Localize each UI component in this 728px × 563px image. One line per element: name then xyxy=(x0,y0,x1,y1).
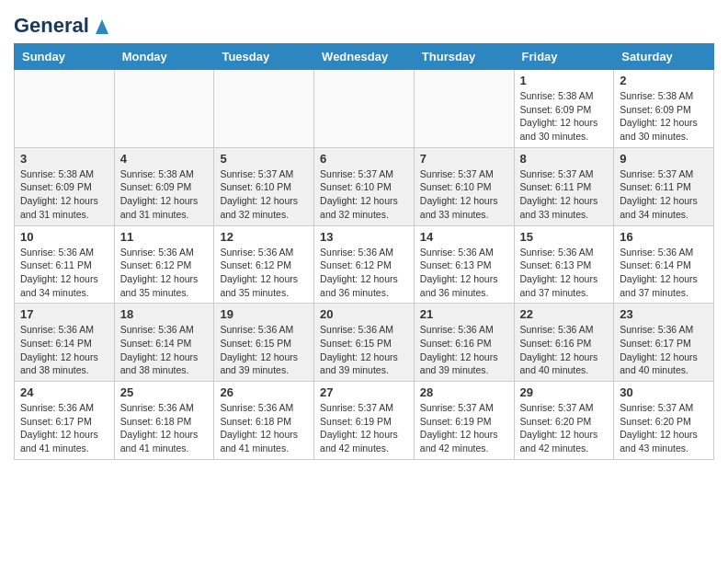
weekday-header-friday: Friday xyxy=(514,44,614,70)
calendar-cell: 11Sunrise: 5:36 AM Sunset: 6:12 PM Dayli… xyxy=(114,225,214,304)
day-info: Sunrise: 5:36 AM Sunset: 6:18 PM Dayligh… xyxy=(220,401,308,455)
logo: General xyxy=(14,14,112,34)
calendar-cell: 18Sunrise: 5:36 AM Sunset: 6:14 PM Dayli… xyxy=(114,304,214,382)
day-info: Sunrise: 5:36 AM Sunset: 6:17 PM Dayligh… xyxy=(620,323,708,377)
calendar-cell: 5Sunrise: 5:37 AM Sunset: 6:10 PM Daylig… xyxy=(214,147,314,225)
day-number: 26 xyxy=(220,385,308,399)
calendar-cell: 17Sunrise: 5:36 AM Sunset: 6:14 PM Dayli… xyxy=(15,304,115,382)
day-info: Sunrise: 5:36 AM Sunset: 6:14 PM Dayligh… xyxy=(620,246,708,300)
calendar-cell: 23Sunrise: 5:36 AM Sunset: 6:17 PM Dayli… xyxy=(614,304,714,382)
week-row-1: 1Sunrise: 5:38 AM Sunset: 6:09 PM Daylig… xyxy=(15,70,714,148)
day-info: Sunrise: 5:36 AM Sunset: 6:13 PM Dayligh… xyxy=(520,246,609,300)
weekday-header-sunday: Sunday xyxy=(15,44,115,70)
day-info: Sunrise: 5:37 AM Sunset: 6:19 PM Dayligh… xyxy=(320,401,408,455)
day-info: Sunrise: 5:37 AM Sunset: 6:10 PM Dayligh… xyxy=(320,167,408,222)
day-number: 6 xyxy=(320,152,408,166)
day-number: 2 xyxy=(620,74,708,87)
day-info: Sunrise: 5:36 AM Sunset: 6:12 PM Dayligh… xyxy=(220,246,308,300)
day-number: 16 xyxy=(620,230,708,244)
day-number: 4 xyxy=(120,152,209,166)
day-number: 18 xyxy=(120,307,209,321)
day-number: 8 xyxy=(520,152,609,166)
calendar-cell: 1Sunrise: 5:38 AM Sunset: 6:09 PM Daylig… xyxy=(514,70,614,148)
calendar-cell: 6Sunrise: 5:37 AM Sunset: 6:10 PM Daylig… xyxy=(314,147,415,225)
calendar-cell: 22Sunrise: 5:36 AM Sunset: 6:16 PM Dayli… xyxy=(514,304,614,382)
day-number: 1 xyxy=(520,74,609,87)
logo-general: General xyxy=(14,14,89,38)
day-number: 5 xyxy=(220,152,308,166)
day-info: Sunrise: 5:36 AM Sunset: 6:17 PM Dayligh… xyxy=(20,401,108,455)
weekday-header-tuesday: Tuesday xyxy=(214,44,314,70)
calendar-cell: 7Sunrise: 5:37 AM Sunset: 6:10 PM Daylig… xyxy=(414,147,514,225)
day-info: Sunrise: 5:36 AM Sunset: 6:18 PM Dayligh… xyxy=(120,401,209,455)
weekday-header-monday: Monday xyxy=(114,44,214,70)
calendar-cell xyxy=(114,70,214,148)
calendar-cell: 15Sunrise: 5:36 AM Sunset: 6:13 PM Dayli… xyxy=(514,225,614,304)
day-info: Sunrise: 5:37 AM Sunset: 6:19 PM Dayligh… xyxy=(420,401,508,455)
day-number: 9 xyxy=(620,152,708,166)
day-number: 28 xyxy=(420,385,508,399)
day-number: 17 xyxy=(20,307,108,321)
calendar-cell: 19Sunrise: 5:36 AM Sunset: 6:15 PM Dayli… xyxy=(214,304,314,382)
week-row-5: 24Sunrise: 5:36 AM Sunset: 6:17 PM Dayli… xyxy=(15,382,714,460)
day-info: Sunrise: 5:38 AM Sunset: 6:09 PM Dayligh… xyxy=(20,167,108,222)
week-row-3: 10Sunrise: 5:36 AM Sunset: 6:11 PM Dayli… xyxy=(15,225,714,304)
calendar-cell: 25Sunrise: 5:36 AM Sunset: 6:18 PM Dayli… xyxy=(114,382,214,460)
day-number: 22 xyxy=(520,307,609,321)
day-number: 21 xyxy=(420,307,508,321)
calendar-cell: 8Sunrise: 5:37 AM Sunset: 6:11 PM Daylig… xyxy=(514,147,614,225)
day-number: 13 xyxy=(320,230,408,244)
day-number: 14 xyxy=(420,230,508,244)
calendar-cell: 2Sunrise: 5:38 AM Sunset: 6:09 PM Daylig… xyxy=(614,70,714,148)
day-info: Sunrise: 5:38 AM Sunset: 6:09 PM Dayligh… xyxy=(120,167,209,222)
calendar-cell: 21Sunrise: 5:36 AM Sunset: 6:16 PM Dayli… xyxy=(414,304,514,382)
calendar-cell: 3Sunrise: 5:38 AM Sunset: 6:09 PM Daylig… xyxy=(15,147,115,225)
weekday-header-thursday: Thursday xyxy=(414,44,514,70)
day-info: Sunrise: 5:36 AM Sunset: 6:14 PM Dayligh… xyxy=(20,323,108,377)
weekday-header-saturday: Saturday xyxy=(614,44,714,70)
day-number: 10 xyxy=(20,230,108,244)
calendar-cell: 13Sunrise: 5:36 AM Sunset: 6:12 PM Dayli… xyxy=(314,225,415,304)
day-number: 15 xyxy=(520,230,609,244)
day-info: Sunrise: 5:37 AM Sunset: 6:10 PM Dayligh… xyxy=(420,167,508,222)
day-info: Sunrise: 5:38 AM Sunset: 6:09 PM Dayligh… xyxy=(620,89,708,144)
calendar-cell xyxy=(214,70,314,148)
day-number: 25 xyxy=(120,385,209,399)
weekday-header-row: SundayMondayTuesdayWednesdayThursdayFrid… xyxy=(15,44,714,70)
day-number: 3 xyxy=(20,152,108,166)
day-number: 23 xyxy=(620,307,708,321)
calendar-cell: 16Sunrise: 5:36 AM Sunset: 6:14 PM Dayli… xyxy=(614,225,714,304)
calendar-cell: 9Sunrise: 5:37 AM Sunset: 6:11 PM Daylig… xyxy=(614,147,714,225)
day-info: Sunrise: 5:36 AM Sunset: 6:15 PM Dayligh… xyxy=(220,323,308,377)
calendar-cell: 29Sunrise: 5:37 AM Sunset: 6:20 PM Dayli… xyxy=(514,382,614,460)
day-number: 27 xyxy=(320,385,408,399)
day-info: Sunrise: 5:37 AM Sunset: 6:20 PM Dayligh… xyxy=(520,401,609,455)
calendar-cell: 10Sunrise: 5:36 AM Sunset: 6:11 PM Dayli… xyxy=(15,225,115,304)
calendar-cell: 12Sunrise: 5:36 AM Sunset: 6:12 PM Dayli… xyxy=(214,225,314,304)
day-info: Sunrise: 5:38 AM Sunset: 6:09 PM Dayligh… xyxy=(520,89,609,144)
week-row-2: 3Sunrise: 5:38 AM Sunset: 6:09 PM Daylig… xyxy=(15,147,714,225)
header: General xyxy=(14,14,714,34)
calendar-cell: 20Sunrise: 5:36 AM Sunset: 6:15 PM Dayli… xyxy=(314,304,415,382)
day-info: Sunrise: 5:36 AM Sunset: 6:13 PM Dayligh… xyxy=(420,246,508,300)
calendar-cell xyxy=(414,70,514,148)
calendar-cell xyxy=(314,70,415,148)
day-info: Sunrise: 5:37 AM Sunset: 6:11 PM Dayligh… xyxy=(620,167,708,222)
calendar-cell: 24Sunrise: 5:36 AM Sunset: 6:17 PM Dayli… xyxy=(15,382,115,460)
day-number: 11 xyxy=(120,230,209,244)
day-info: Sunrise: 5:36 AM Sunset: 6:15 PM Dayligh… xyxy=(320,323,408,377)
calendar-cell: 27Sunrise: 5:37 AM Sunset: 6:19 PM Dayli… xyxy=(314,382,415,460)
calendar-cell: 28Sunrise: 5:37 AM Sunset: 6:19 PM Dayli… xyxy=(414,382,514,460)
day-info: Sunrise: 5:36 AM Sunset: 6:12 PM Dayligh… xyxy=(320,246,408,300)
day-info: Sunrise: 5:36 AM Sunset: 6:16 PM Dayligh… xyxy=(420,323,508,377)
calendar-cell: 30Sunrise: 5:37 AM Sunset: 6:20 PM Dayli… xyxy=(614,382,714,460)
day-info: Sunrise: 5:36 AM Sunset: 6:16 PM Dayligh… xyxy=(520,323,609,377)
calendar-cell xyxy=(15,70,115,148)
day-info: Sunrise: 5:37 AM Sunset: 6:10 PM Dayligh… xyxy=(220,167,308,222)
day-info: Sunrise: 5:36 AM Sunset: 6:12 PM Dayligh… xyxy=(120,246,209,300)
day-info: Sunrise: 5:37 AM Sunset: 6:11 PM Dayligh… xyxy=(520,167,609,222)
calendar-cell: 26Sunrise: 5:36 AM Sunset: 6:18 PM Dayli… xyxy=(214,382,314,460)
day-info: Sunrise: 5:36 AM Sunset: 6:14 PM Dayligh… xyxy=(120,323,209,377)
logo-arrow-icon xyxy=(92,16,112,36)
day-info: Sunrise: 5:36 AM Sunset: 6:11 PM Dayligh… xyxy=(20,246,108,300)
